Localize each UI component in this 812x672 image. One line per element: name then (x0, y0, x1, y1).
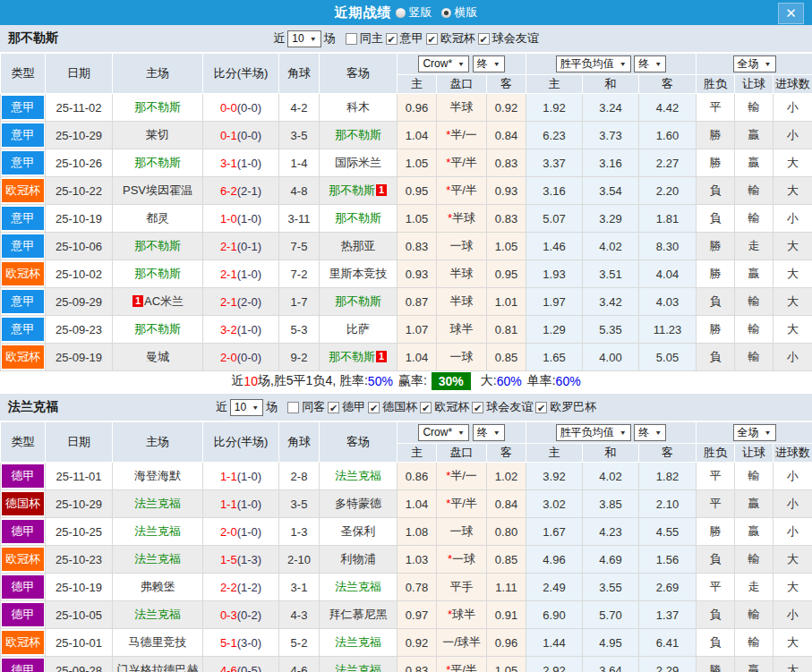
home-team-cell: 那不勒斯 (113, 316, 203, 344)
recent-count-value: 10 (235, 401, 246, 414)
avg-away-cell: 1.81 (639, 205, 697, 233)
goals-result-cell: 小 (774, 122, 812, 149)
score-cell: 4-6(0-5) (203, 657, 279, 672)
avg-draw-cell: 5.35 (583, 316, 639, 344)
league-type-cell: 意甲 (1, 149, 46, 177)
team-name: 那不勒斯 (329, 350, 375, 363)
avg-type-select[interactable]: 胜平负均值▼ (556, 55, 631, 72)
col-odds-away: 客 (487, 444, 526, 463)
handicap-result-cell: 輸 (735, 344, 774, 371)
team-name: 那不勒斯 (134, 239, 181, 252)
league-filter-label: 欧罗巴杯 (550, 399, 596, 415)
full-score: 4-6 (220, 664, 237, 672)
away-team-cell: 利物浦 (320, 546, 397, 574)
score-cell: 0-3(0-2) (203, 601, 279, 629)
full-score: 5-1 (220, 636, 237, 650)
match-date: 25-10-22 (46, 177, 113, 205)
result-cell: 負 (697, 601, 735, 629)
league-filter-label: 德甲 (342, 399, 365, 415)
league-type-cell: 德甲 (1, 574, 46, 601)
win-rate-value: 50% (368, 374, 393, 388)
league-filter-checkbox[interactable]: ✔ (478, 33, 490, 45)
league-filter-label: 球会友谊 (492, 30, 539, 47)
away-odds-cell: 0.93 (487, 177, 526, 205)
avg-type-select[interactable]: 胜平负均值▼ (556, 424, 631, 441)
col-odds-away: 客 (487, 75, 526, 94)
corners-cell: 3-5 (279, 490, 320, 518)
away-odds-cell: 0.85 (487, 546, 526, 574)
league-filter-checkbox[interactable]: ✔ (368, 402, 380, 413)
league-badge: 德甲 (2, 659, 44, 672)
corners-cell: 3-1 (279, 574, 320, 601)
odds-time-select[interactable]: 终▼ (473, 424, 505, 441)
away-odds-cell: 0.85 (487, 344, 526, 371)
full-score: 6-2 (220, 184, 237, 198)
league-filter-checkbox[interactable]: ✔ (420, 402, 432, 413)
handicap-cell: *球半 (437, 601, 487, 629)
avg-home-cell: 1.67 (526, 518, 583, 546)
result-cell: 負 (697, 546, 735, 574)
radio-horizontal-layout[interactable]: 横版 (441, 4, 478, 21)
col-handicap: 盘口 (437, 75, 487, 94)
handicap-cell: *平/半 (437, 657, 487, 672)
goals-result-cell: 大 (774, 149, 812, 177)
home-odds-cell: 0.78 (397, 574, 437, 601)
dropdown-arrow-icon: ▼ (765, 58, 772, 71)
match-date: 25-11-02 (46, 94, 113, 122)
league-filter-checkbox[interactable]: ✔ (426, 33, 438, 45)
table-row: 意甲25-10-06那不勒斯2-1(0-1)7-5热那亚0.83一球1.051.… (1, 233, 812, 260)
home-odds-cell: 0.83 (397, 233, 437, 260)
half-score: (1-3) (237, 553, 261, 566)
recent-count-select[interactable]: 10▼ (230, 399, 263, 416)
home-odds-cell: 1.04 (397, 344, 437, 371)
team-name: 里斯本竞技 (329, 267, 388, 280)
away-odds-cell: 1.11 (487, 574, 526, 601)
table-row: 欧冠杯25-10-22PSV埃因霍温6-2(2-1)4-8那不勒斯10.95*平… (1, 177, 812, 205)
radio-vertical-layout[interactable]: 竖版 (396, 4, 432, 21)
avg-draw-cell: 5.70 (583, 601, 639, 629)
handicap-star: * (448, 608, 452, 621)
close-button[interactable]: ✕ (778, 3, 804, 24)
league-filter-checkbox[interactable]: ✔ (472, 402, 483, 413)
handicap-result-cell: 輸 (735, 463, 774, 490)
layout-radio-group: 竖版 横版 (396, 4, 478, 21)
away-odds-cell: 1.01 (487, 288, 526, 316)
same-venue-checkbox[interactable] (346, 33, 357, 45)
full-score: 0-1 (220, 129, 237, 142)
league-filter-checkbox[interactable]: ✔ (386, 33, 397, 45)
league-filter-checkbox[interactable]: ✔ (535, 402, 547, 413)
avg-draw-cell: 3.16 (583, 149, 639, 177)
away-team-cell: 法兰克福 (320, 629, 397, 657)
period-select[interactable]: 全场▼ (733, 424, 776, 441)
odds-time-select[interactable]: 终▼ (473, 55, 505, 72)
avg-home-cell: 3.92 (526, 463, 583, 490)
handicap-star: * (446, 128, 450, 141)
period-select[interactable]: 全场▼ (733, 55, 776, 72)
matches-table: 类型 日期 主场 比分(半场) 角球 客场 Crow*▼ 终▼ 胜平负均值▼ 终… (0, 53, 812, 371)
away-odds-cell: 0.81 (487, 316, 526, 344)
summary-text: 单率: (527, 373, 556, 389)
league-filter-checkbox[interactable]: ✔ (328, 402, 339, 413)
team-name: 那不勒斯 (335, 128, 381, 141)
table-row: 欧冠杯25-10-01马德里竞技5-1(3-0)5-2法兰克福0.92一/球半0… (1, 629, 812, 657)
full-score: 1-5 (220, 553, 237, 566)
recent-count-value: 10 (292, 32, 303, 46)
avg-draw-cell: 3.85 (583, 490, 639, 518)
avg-time-select[interactable]: 终▼ (634, 55, 666, 72)
odds-company-select[interactable]: Crow*▼ (418, 55, 469, 72)
handicap-result-cell: 輸 (735, 316, 774, 344)
league-type-cell: 意甲 (1, 122, 46, 149)
col-handicap-result: 让球 (735, 75, 774, 94)
goals-result-cell: 小 (774, 94, 812, 122)
odds-company-select[interactable]: Crow*▼ (418, 424, 469, 441)
half-score: (3-0) (237, 636, 261, 650)
full-score: 0-0 (220, 101, 237, 115)
away-odds-cell: 0.84 (487, 490, 526, 518)
table-row: 欧冠杯25-10-02那不勒斯2-1(1-0)7-2里斯本竞技0.93半球0.9… (1, 260, 812, 288)
recent-count-select[interactable]: 10▼ (287, 30, 321, 47)
home-team-cell: 马德里竞技 (113, 629, 203, 657)
result-cell: 勝 (697, 260, 735, 288)
goals-result-cell: 小 (774, 205, 812, 233)
avg-time-select[interactable]: 终▼ (634, 424, 666, 441)
same-venue-checkbox[interactable] (287, 402, 299, 413)
